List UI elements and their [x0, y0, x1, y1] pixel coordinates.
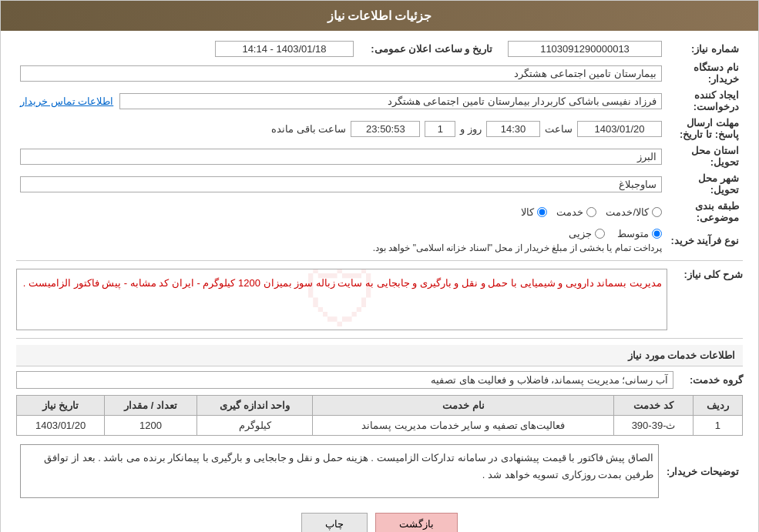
announcement-date-label: تاریخ و ساعت اعلان عمومی: — [358, 38, 496, 59]
buyer-notes-table: توضیحات خریدار: الصاق پیش فاکتور با قیمت… — [16, 442, 743, 500]
request-number-value: 1103091290000013 — [508, 41, 662, 57]
deadline-time-label: ساعت — [545, 123, 573, 135]
buyer-org-label: نام دستگاه خریدار: — [666, 59, 743, 87]
buyer-notes-value: الصاق پیش فاکتور با قیمت پیشنهادی در سام… — [20, 444, 659, 498]
category-radio-kala-khedmat[interactable] — [652, 207, 662, 217]
general-desc-value: مدیریت بسماند دارویی و شیمیایی با حمل و … — [22, 274, 662, 292]
delivery-city-label: شهر محل تحویل: — [666, 170, 743, 198]
announcement-date-value: 1403/01/18 - 14:14 — [215, 41, 354, 57]
creator-label: ایجاد کننده درخواست: — [666, 87, 743, 115]
deadline-remaining-label: ساعت باقی مانده — [271, 123, 346, 135]
deadline-date: 1403/01/20 — [577, 121, 662, 137]
service-group-row: گروه خدمت: آب رسانی؛ مدیریت پسماند، فاضل… — [16, 371, 743, 389]
divider-2 — [16, 338, 743, 339]
delivery-province-value: البرز — [20, 149, 662, 165]
service-group-value: آب رسانی؛ مدیریت پسماند، فاضلاب و فعالیت… — [16, 371, 673, 389]
services-section-header: اطلاعات خدمات مورد نیاز — [16, 345, 743, 366]
divider-1 — [16, 260, 743, 261]
page-header: جزئیات اطلاعات نیاز — [1, 1, 758, 31]
purchase-type-label: نوع فرآیند خرید: — [666, 226, 743, 256]
service-group-label: گروه خدمت: — [673, 371, 743, 386]
deadline-days: 1 — [425, 121, 455, 137]
general-desc-row: شرح کلی نیاز: 🛡 مدیریت بسماند دارویی و ش… — [16, 266, 743, 333]
col-date: تاریخ نیاز — [17, 396, 105, 416]
purchase-note: پرداخت تمام یا بخشی از مبلغ خریدار از مح… — [20, 243, 662, 253]
col-unit: واحد اندازه گیری — [196, 396, 313, 416]
page-title: جزئیات اطلاعات نیاز — [327, 9, 432, 22]
purchase-radio-jozii[interactable] — [595, 229, 605, 239]
creator-contact-link[interactable]: اطلاعات تماس خریدار — [20, 95, 113, 107]
delivery-city-value: ساوجبلاغ — [20, 176, 662, 192]
response-deadline-label: مهلت ارسال پاسخ: تا تاریخ: — [666, 115, 743, 142]
purchase-option-jozii[interactable]: جزیی — [569, 228, 605, 239]
col-name: نام خدمت — [313, 396, 614, 416]
creator-value: فرزاد نفیسی باشاکی کاربردار بیمارستان تا… — [119, 93, 662, 109]
back-button[interactable]: بازگشت — [375, 513, 458, 532]
col-row: ردیف — [693, 396, 742, 416]
request-number-label: شماره نیاز: — [666, 38, 743, 59]
col-code: کد خدمت — [614, 396, 694, 416]
purchase-radio-motavasset[interactable] — [652, 229, 662, 239]
category-label: طبقه بندی موضوعی: — [666, 198, 743, 226]
page-wrapper: جزئیات اطلاعات نیاز شماره نیاز: 11030912… — [0, 0, 759, 532]
buttons-row: بازگشت چاپ — [16, 513, 743, 532]
category-option-khedmat[interactable]: خدمت — [556, 206, 596, 218]
category-option-kala-khedmat[interactable]: کالا/خدمت — [606, 206, 662, 218]
info-table: شماره نیاز: 1103091290000013 تاریخ و ساع… — [16, 38, 743, 256]
buyer-org-value: بیمارستان تامین اجتماعی هشتگرد — [20, 65, 662, 82]
print-button[interactable]: چاپ — [301, 513, 368, 532]
col-quantity: تعداد / مقدار — [105, 396, 197, 416]
table-row: 1ث-39-390فعالیت‌های تصفیه و سایر خدمات م… — [17, 416, 743, 436]
delivery-province-label: استان محل تحویل: — [666, 142, 743, 170]
main-content: شماره نیاز: 1103091290000013 تاریخ و ساع… — [1, 31, 758, 532]
deadline-days-label: روز و — [460, 123, 482, 135]
services-table: ردیف کد خدمت نام خدمت واحد اندازه گیری ت… — [16, 395, 743, 436]
purchase-option-motavasset[interactable]: متوسط — [617, 228, 662, 239]
deadline-remaining: 23:50:53 — [351, 121, 420, 137]
category-radio-kala[interactable] — [537, 207, 547, 217]
deadline-time: 14:30 — [486, 121, 540, 137]
general-desc-label: شرح کلی نیاز: — [673, 266, 743, 280]
category-radio-group: کالا/خدمت خدمت کالا — [20, 206, 662, 218]
category-radio-khedmat[interactable] — [586, 207, 596, 217]
buyer-notes-label: توضیحات خریدار: — [663, 442, 743, 500]
category-option-kala[interactable]: کالا — [521, 206, 547, 218]
purchase-type-radio-group: متوسط جزیی — [20, 228, 662, 239]
